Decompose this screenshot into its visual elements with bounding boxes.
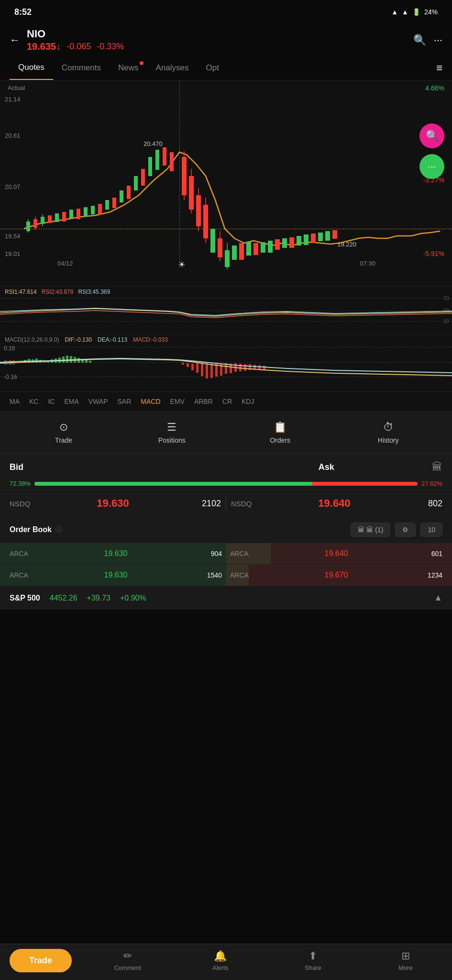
tab-comments[interactable]: Comments [53,56,110,79]
ob-bid-qty-2: 1540 [188,571,222,579]
svg-rect-19 [141,169,145,186]
back-button[interactable]: ← [10,34,20,46]
svg-rect-69 [89,361,91,363]
more-icon[interactable]: ··· [434,34,442,46]
ob-btn-3[interactable]: 10 [420,523,442,537]
search-icon[interactable]: 🔍 [413,34,426,46]
positions-button[interactable]: ☰ Positions [118,417,226,448]
ticker-symbol: NIO [27,28,124,40]
order-row-2: ARCA 19.630 1540 ARCA 19.670 1234 [0,564,452,586]
svg-rect-63 [66,356,68,363]
order-row-1: ARCA 19.630 904 ARCA 19.640 601 [0,543,452,564]
ob-ask-exch-2: ARCA [230,571,264,579]
svg-rect-73 [196,363,198,373]
bottom-nav-more[interactable]: ⊞ More [359,950,452,971]
sp500-name: S&P 500 [10,594,40,602]
ind-ic[interactable]: IC [48,396,55,407]
history-button[interactable]: ⏱ History [334,417,442,448]
svg-rect-45 [289,237,294,248]
sp500-price: 4452.26 [50,594,77,602]
svg-rect-8 [62,212,66,222]
macd-svg [0,334,452,392]
chart-zoom-button[interactable]: 🔍 [419,123,444,148]
ind-ma[interactable]: MA [10,396,20,407]
ob-bid-price-1: 19.630 [43,549,188,558]
orders-label: Orders [270,436,290,444]
ind-macd[interactable]: MACD [141,396,160,407]
svg-rect-37 [232,245,237,260]
svg-rect-7 [55,213,59,222]
svg-rect-83 [244,364,246,371]
svg-rect-70 [182,363,184,365]
ind-sar[interactable]: SAR [118,396,132,407]
macd-section: MACD(12.0,26.0,9.0) DIF:-0.130 DEA:-0.11… [0,334,452,391]
tab-news[interactable]: News [110,56,147,79]
sun-icon: ☀ [178,259,186,270]
ind-kc[interactable]: KC [29,396,38,407]
svg-rect-32 [210,229,215,253]
trade-icon: ⊙ [59,421,68,434]
svg-rect-72 [191,364,194,370]
ind-emv[interactable]: EMV [170,396,185,407]
more-grid-icon: ⊞ [401,950,410,962]
bottom-trade-button[interactable]: Trade [10,949,72,972]
order-rows: ARCA 19.630 904 ARCA 19.640 601 ARCA 19.… [0,543,452,586]
bid-exchange: NSDQ [10,500,43,508]
svg-rect-9 [69,210,73,218]
ind-cr[interactable]: CR [222,396,232,407]
chart-container: Actual 4.66% -3.27% -5.91% 21.14 20.61 2… [0,80,452,286]
quote-row: NSDQ 19.630 2102 NSDQ 19.640 802 [0,490,452,516]
vol-bar-green [34,482,312,486]
ob-btn-1[interactable]: 🏛 🏛 (1) [351,523,390,537]
chart-svg [0,80,452,286]
svg-rect-42 [268,241,273,253]
tab-options[interactable]: Opt [198,56,228,79]
ask-label: Ask [221,462,432,472]
svg-rect-76 [210,364,213,378]
ob-ask-qty-1: 601 [409,550,442,557]
battery-level: 24% [424,8,438,16]
ticker-price: 19.635↓ [27,41,61,52]
bottom-nav-alerts[interactable]: 🔔 Alerts [174,950,267,971]
ob-bid-qty-1: 904 [188,550,222,557]
order-book-info: ⓘ [55,525,62,534]
svg-rect-87 [263,366,265,370]
svg-rect-21 [155,150,159,170]
bid-qty: 2102 [183,499,221,509]
vol-pct-green: 72.38% [10,480,31,487]
bottom-nav-share[interactable]: ⬆ Share [267,950,360,971]
svg-rect-10 [77,209,80,219]
ob-bid-price-2: 19.630 [43,571,188,579]
positions-icon: ☰ [167,421,176,434]
orders-button[interactable]: 📋 Orders [226,417,334,448]
ind-vwap[interactable]: VWAP [88,396,108,407]
ticker-change: -0.065 [66,42,91,52]
rsi-section: RSI1:47.614 RSI2:43.878 RSI3:45.369 70 5… [0,286,452,334]
tabs-menu-icon[interactable]: ≡ [436,62,442,74]
ind-arbr[interactable]: ARBR [194,396,213,407]
orders-icon: 📋 [274,421,287,434]
ticker-price-row: 19.635↓ -0.065 -0.33% [27,41,124,52]
tab-quotes[interactable]: Quotes [10,56,53,80]
svg-rect-82 [239,364,242,371]
ind-kdj[interactable]: KDJ [242,396,254,407]
vol-bar-red [312,482,418,486]
svg-rect-20 [148,157,152,176]
sp500-change: +39.73 [87,594,110,602]
svg-rect-75 [206,363,208,379]
ind-ema[interactable]: EMA [64,396,78,407]
ob-ask-price-1: 19.640 [264,549,409,558]
news-dot [140,61,143,65]
action-buttons: ⊙ Trade ☰ Positions 📋 Orders ⏱ History [0,411,452,454]
settings-icon: ⚙ [402,526,408,534]
svg-rect-44 [282,238,287,248]
sp500-bar[interactable]: S&P 500 4452.26 +39.73 +0.90% ▲ [0,586,452,610]
header-left: ← NIO 19.635↓ -0.065 -0.33% [10,28,124,52]
tab-analyses[interactable]: Analyses [147,56,198,79]
trade-button[interactable]: ⊙ Trade [10,417,118,448]
bank-icon[interactable]: 🏛 [432,461,442,473]
bottom-nav-comment[interactable]: ✏ Comment [81,950,174,971]
chart-options-button[interactable]: ··· [419,154,444,179]
ob-btn-2[interactable]: ⚙ [395,523,416,537]
svg-rect-68 [85,360,88,363]
